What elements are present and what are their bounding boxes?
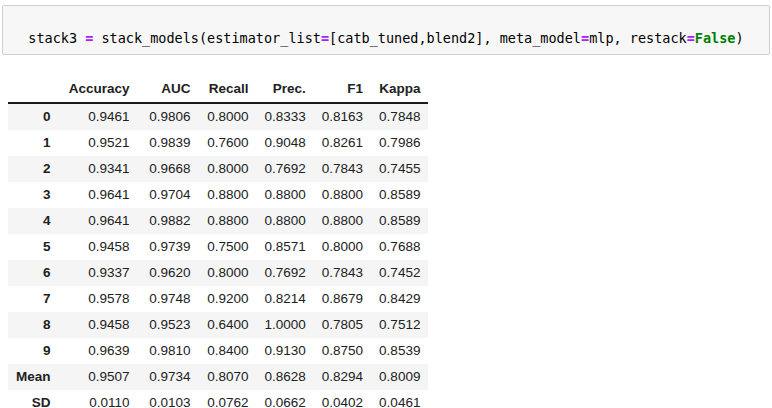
column-header-accuracy: Accuracy — [59, 76, 138, 103]
metric-value: 0.9839 — [138, 130, 199, 156]
row-index-label: 5 — [8, 234, 59, 260]
code-token-plain: [catb_tuned,blend2], meta_model — [329, 30, 581, 46]
metric-value: 0.0402 — [314, 390, 371, 408]
metric-value: 0.9620 — [138, 260, 199, 286]
row-index-label: 7 — [8, 286, 59, 312]
metric-value: 0.8400 — [199, 338, 257, 364]
code-token-plain: mlp, restack — [589, 30, 687, 46]
table-row-1: 10.95210.98390.76000.90480.82610.7986 — [8, 130, 428, 156]
metric-value: 0.8429 — [371, 286, 428, 312]
metric-value: 0.7848 — [371, 103, 428, 130]
table-row-mean: Mean0.95070.97340.80700.86280.82940.8009 — [8, 364, 428, 390]
row-index-label: Mean — [8, 364, 59, 390]
metric-value: 0.0762 — [199, 390, 257, 408]
metric-value: 0.7452 — [371, 260, 428, 286]
table-row-5: 50.94580.97390.75000.85710.80000.7688 — [8, 234, 428, 260]
metric-value: 0.9639 — [59, 338, 138, 364]
metric-value: 0.9739 — [138, 234, 199, 260]
metric-value: 0.9668 — [138, 156, 199, 182]
metric-value: 0.9461 — [59, 103, 138, 130]
column-header-prec: Prec. — [257, 76, 314, 103]
metric-value: 0.8571 — [257, 234, 314, 260]
metric-value: 0.9641 — [59, 182, 138, 208]
table-row-6: 60.93370.96200.80000.76920.78430.7452 — [8, 260, 428, 286]
metric-value: 0.9458 — [59, 312, 138, 338]
metric-value: 0.6400 — [199, 312, 257, 338]
metric-value: 0.8800 — [199, 182, 257, 208]
metric-value: 0.7455 — [371, 156, 428, 182]
code-token-keyword: False — [695, 30, 736, 46]
table-row-9: 90.96390.98100.84000.91300.87500.8539 — [8, 338, 428, 364]
code-token-plain: stack3 — [28, 30, 85, 46]
code-token-plain: stack_models(estimator_list — [93, 30, 321, 46]
metric-value: 0.8294 — [314, 364, 371, 390]
metric-value: 0.9341 — [59, 156, 138, 182]
metric-value: 0.0461 — [371, 390, 428, 408]
metric-value: 0.9200 — [199, 286, 257, 312]
metric-value: 0.9521 — [59, 130, 138, 156]
metric-value: 0.8800 — [257, 208, 314, 234]
metric-value: 0.8000 — [199, 156, 257, 182]
metric-value: 0.8800 — [199, 208, 257, 234]
metric-value: 0.0662 — [257, 390, 314, 408]
row-index-label: 4 — [8, 208, 59, 234]
metric-value: 0.9507 — [59, 364, 138, 390]
metric-value: 0.8800 — [314, 182, 371, 208]
table-row-sd: SD0.01100.01030.07620.06620.04020.0461 — [8, 390, 428, 408]
metric-value: 0.9641 — [59, 208, 138, 234]
metric-value: 0.8589 — [371, 182, 428, 208]
column-header-kappa: Kappa — [371, 76, 428, 103]
metric-value: 0.7692 — [257, 156, 314, 182]
metric-value: 0.7600 — [199, 130, 257, 156]
table-row-7: 70.95780.97480.92000.82140.86790.8429 — [8, 286, 428, 312]
metric-value: 0.7688 — [371, 234, 428, 260]
metric-value: 0.9523 — [138, 312, 199, 338]
row-index-label: 6 — [8, 260, 59, 286]
metric-value: 0.7512 — [371, 312, 428, 338]
metric-value: 0.8009 — [371, 364, 428, 390]
metric-value: 0.9578 — [59, 286, 138, 312]
metric-value: 0.8750 — [314, 338, 371, 364]
metric-value: 0.8214 — [257, 286, 314, 312]
metric-value: 0.9748 — [138, 286, 199, 312]
table-row-3: 30.96410.97040.88000.88000.88000.8589 — [8, 182, 428, 208]
metric-value: 0.9130 — [257, 338, 314, 364]
metric-value: 0.9810 — [138, 338, 199, 364]
metric-value: 0.8000 — [199, 260, 257, 286]
metric-value: 0.7843 — [314, 156, 371, 182]
row-index-label: 0 — [8, 103, 59, 130]
code-token-operator: = — [321, 30, 329, 46]
code-token-operator: = — [581, 30, 589, 46]
code-token-plain: ) — [735, 30, 743, 46]
metric-value: 0.0110 — [59, 390, 138, 408]
metric-value: 0.8163 — [314, 103, 371, 130]
metric-value: 0.7843 — [314, 260, 371, 286]
metric-value: 0.8628 — [257, 364, 314, 390]
metrics-table-header-row: AccuracyAUCRecallPrec.F1Kappa — [8, 76, 428, 103]
metric-value: 0.9048 — [257, 130, 314, 156]
row-index-label: SD — [8, 390, 59, 408]
code-input-cell[interactable]: stack3 = stack_models(estimator_list=[ca… — [2, 5, 770, 55]
metric-value: 0.7805 — [314, 312, 371, 338]
row-index-label: 2 — [8, 156, 59, 182]
metric-value: 0.7692 — [257, 260, 314, 286]
row-index-label: 9 — [8, 338, 59, 364]
metric-value: 0.8261 — [314, 130, 371, 156]
row-index-label: 3 — [8, 182, 59, 208]
row-index-label: 8 — [8, 312, 59, 338]
metric-value: 0.8800 — [314, 208, 371, 234]
row-index-label: 1 — [8, 130, 59, 156]
cell-output-area: AccuracyAUCRecallPrec.F1Kappa 00.94610.9… — [8, 76, 772, 408]
code-line: stack3 = stack_models(estimator_list=[ca… — [28, 30, 743, 46]
metric-value: 0.8000 — [314, 234, 371, 260]
table-row-0: 00.94610.98060.80000.83330.81630.7848 — [8, 103, 428, 130]
metric-value: 0.8679 — [314, 286, 371, 312]
metrics-table: AccuracyAUCRecallPrec.F1Kappa 00.94610.9… — [8, 76, 428, 408]
index-column-header — [8, 76, 59, 103]
metric-value: 0.9734 — [138, 364, 199, 390]
metric-value: 0.8000 — [199, 103, 257, 130]
metric-value: 0.0103 — [138, 390, 199, 408]
column-header-auc: AUC — [138, 76, 199, 103]
metric-value: 0.9882 — [138, 208, 199, 234]
metric-value: 0.8070 — [199, 364, 257, 390]
